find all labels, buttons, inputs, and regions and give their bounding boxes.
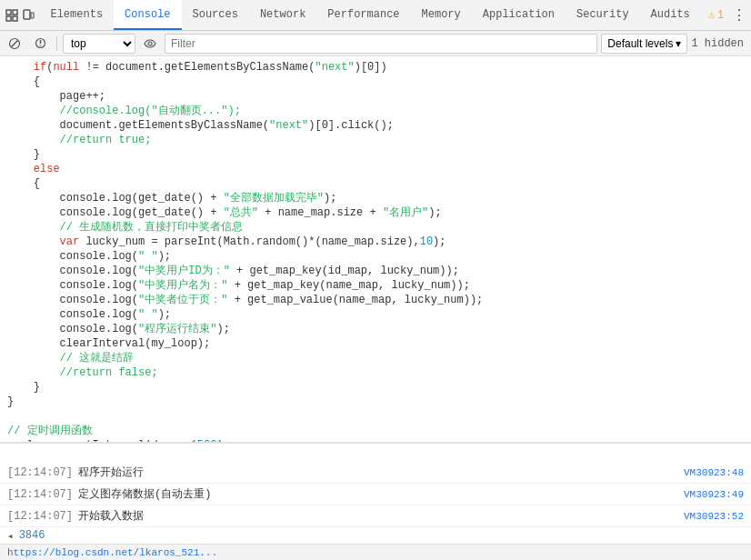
tab-network[interactable]: Network bbox=[249, 0, 316, 30]
preserve-log-button[interactable] bbox=[29, 33, 51, 55]
code-line: console.log(get_date() + "总共" + name_map… bbox=[0, 205, 751, 220]
tab-elements[interactable]: Elements bbox=[39, 0, 114, 30]
tab-application[interactable]: Application bbox=[472, 0, 566, 30]
filter-input[interactable] bbox=[165, 34, 597, 54]
code-line: console.log(" "); bbox=[0, 307, 751, 322]
code-line: // 生成随机数，直接打印中奖者信息 bbox=[0, 220, 751, 235]
log-entry-2: [12:14:07] 定义图存储数据(自动去重) VM30923:49 bbox=[0, 484, 751, 505]
code-line: { bbox=[0, 176, 751, 191]
code-line: console.log("中奖用户ID为：" + get_map_key(id_… bbox=[0, 264, 751, 278]
device-toolbar-button[interactable] bbox=[20, 3, 36, 28]
tab-console[interactable]: Console bbox=[114, 0, 181, 30]
hidden-count: 1 hidden bbox=[691, 37, 747, 50]
levels-arrow: ▾ bbox=[676, 37, 681, 50]
tab-sources[interactable]: Sources bbox=[182, 0, 249, 30]
svg-point-10 bbox=[39, 45, 41, 46]
log-timestamp-1: [12:14:07] bbox=[7, 466, 73, 479]
svg-rect-4 bbox=[24, 10, 30, 19]
code-line: var lucky_num = parseInt(Math.random()*(… bbox=[0, 235, 751, 249]
log-message-1: 程序开始运行 bbox=[78, 465, 684, 480]
log-source-2[interactable]: VM30923:49 bbox=[684, 489, 744, 500]
tab-audits[interactable]: Audits bbox=[640, 0, 701, 30]
status-url: https://blog.csdn.net/lkaros_521... bbox=[7, 547, 217, 558]
code-line: console.log(get_date() + "全部数据加载完毕"); bbox=[0, 191, 751, 205]
warning-count[interactable]: ⚠ 1 bbox=[701, 8, 731, 22]
code-line: document.getElementsByClassName("next")[… bbox=[0, 118, 751, 133]
console-toolbar: top Default levels ▾ 1 hidden bbox=[0, 31, 751, 56]
code-line: console.log("中奖用户名为：" + get_map_key(name… bbox=[0, 278, 751, 293]
code-line bbox=[0, 409, 751, 424]
status-bar: https://blog.csdn.net/lkaros_521... bbox=[0, 544, 751, 560]
code-line: //return true; bbox=[0, 133, 751, 147]
log-message-2: 定义图存储数据(自动去重) bbox=[78, 486, 684, 502]
tab-memory[interactable]: Memory bbox=[411, 0, 472, 30]
log-message-3: 开始载入数据 bbox=[78, 508, 684, 524]
console-content: if(null != document.getElementsByClassNa… bbox=[0, 56, 751, 560]
code-area[interactable]: if(null != document.getElementsByClassNa… bbox=[0, 56, 751, 443]
warning-number: 1 bbox=[717, 9, 724, 22]
tab-performance[interactable]: Performance bbox=[316, 0, 410, 30]
svg-point-11 bbox=[148, 42, 152, 45]
log-timestamp-2: [12:14:07] bbox=[7, 488, 73, 501]
eye-button[interactable] bbox=[139, 33, 161, 55]
code-line: console.log("中奖者位于页：" + get_map_value(na… bbox=[0, 293, 751, 307]
svg-line-7 bbox=[12, 40, 18, 46]
log-entry-3: [12:14:07] 开始载入数据 VM30923:52 bbox=[0, 505, 751, 527]
code-line: } bbox=[0, 395, 751, 409]
log-source-3[interactable]: VM30923:52 bbox=[684, 511, 744, 522]
devtools-tab-bar: Elements Console Sources Network Perform… bbox=[0, 0, 751, 31]
code-line: //console.log("自动翻页..."); bbox=[0, 104, 751, 118]
main-tabs: Elements Console Sources Network Perform… bbox=[39, 0, 700, 30]
more-tabs-button[interactable]: ⋮ bbox=[731, 3, 747, 28]
warning-icon: ⚠ bbox=[708, 8, 715, 22]
svg-rect-3 bbox=[13, 16, 17, 21]
log-timestamp-3: [12:14:07] bbox=[7, 510, 73, 523]
context-selector[interactable]: top bbox=[63, 34, 135, 54]
code-line: { bbox=[0, 75, 751, 89]
svg-rect-2 bbox=[6, 16, 11, 21]
separator-1 bbox=[56, 36, 57, 51]
code-line: console.log("程序运行结束"); bbox=[0, 322, 751, 336]
log-levels-button[interactable]: Default levels ▾ bbox=[601, 34, 687, 54]
svg-rect-1 bbox=[13, 10, 17, 15]
svg-rect-5 bbox=[31, 13, 34, 18]
levels-label: Default levels bbox=[607, 37, 673, 50]
console-result: ◂ 3846 bbox=[0, 527, 751, 544]
code-line: console.log(" "); bbox=[0, 249, 751, 264]
code-line: } bbox=[0, 147, 751, 162]
log-source-1[interactable]: VM30923:48 bbox=[684, 467, 744, 478]
code-line: //return false; bbox=[0, 365, 751, 380]
code-line: else bbox=[0, 162, 751, 176]
inspect-element-button[interactable] bbox=[4, 3, 20, 28]
code-line: if(null != document.getElementsByClassNa… bbox=[0, 60, 751, 75]
svg-rect-0 bbox=[6, 10, 11, 15]
code-line: // 定时调用函数 bbox=[0, 424, 751, 438]
tab-security[interactable]: Security bbox=[566, 0, 640, 30]
result-arrow-icon: ◂ bbox=[7, 530, 14, 542]
log-entry-1: [12:14:07] 程序开始运行 VM30923:48 bbox=[0, 462, 751, 484]
code-line: page++; bbox=[0, 89, 751, 104]
code-line: clearInterval(my_loop); bbox=[0, 336, 751, 351]
log-area: [12:14:07] 程序开始运行 VM30923:48 [12:14:07] … bbox=[0, 443, 751, 560]
code-line: // 这就是结辞 bbox=[0, 351, 751, 365]
result-value: 3846 bbox=[19, 529, 45, 542]
code-line: } bbox=[0, 380, 751, 395]
clear-console-button[interactable] bbox=[4, 33, 25, 55]
